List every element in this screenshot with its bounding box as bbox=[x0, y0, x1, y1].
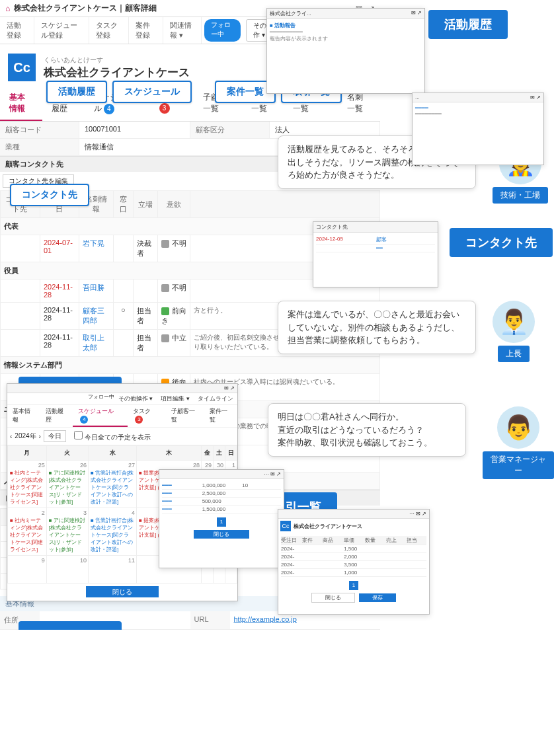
contact-name-link[interactable]: 取引上太郎 bbox=[83, 334, 104, 352]
calendar-cell[interactable]: 10 bbox=[46, 556, 88, 584]
follow-pill[interactable]: フォロー中 bbox=[204, 19, 241, 42]
calendar-cell[interactable]: 27■ 営業計画打合[株式会社クライアントケース]関クライアント改訂への改計・評… bbox=[89, 461, 137, 508]
ind-label: 業種 bbox=[0, 139, 79, 155]
cal-scope-check[interactable] bbox=[74, 431, 83, 439]
customer-kana: くらいあんとけーす bbox=[44, 56, 190, 65]
calendar-cell[interactable]: 4■ 営業計画打合[株式会社クライアントケース]関クライアント改訂への改計・評題… bbox=[89, 508, 137, 556]
contact-date: 2024-11-28 bbox=[40, 330, 79, 357]
calendar-cell[interactable]: 3■ アに関連検討[株式会社クライアントケース]リ・ザンドット|参加] bbox=[46, 508, 88, 556]
mini-activity-1: 株式会社クライ...✉ ↗ ■ 活動報告 ━━━━━━━━━━ 報告内容が表示さ… bbox=[266, 8, 425, 94]
contact-role: 担当者 bbox=[133, 303, 157, 330]
contact-group: 情報システム部門 bbox=[1, 357, 380, 374]
code-value: 100071001 bbox=[79, 122, 190, 138]
customer-logo: Cc bbox=[8, 54, 36, 81]
contact-date: 2024-11-28 bbox=[40, 280, 79, 303]
contact-window: ○ bbox=[113, 303, 133, 330]
contact-window bbox=[113, 330, 133, 357]
torihiki-save[interactable]: 保存 bbox=[359, 593, 396, 602]
reg-anken[interactable]: 案件登録 bbox=[129, 17, 163, 44]
label-claim: クレーム一覧 bbox=[19, 621, 122, 630]
contact-stance: 前向き bbox=[157, 303, 190, 330]
calendar-cell[interactable]: 25■ 社内ミーティング[株式会社クライアントケース]関連ライセンス] bbox=[8, 461, 47, 508]
torihiki-close[interactable]: 閉じる bbox=[311, 593, 355, 603]
contact-col: 窓口 bbox=[113, 191, 133, 218]
calendar-cell[interactable]: 2■ 社内ミーティング[株式会社クライアントケース]関連ライセンス] bbox=[8, 508, 47, 556]
callout-contact: コンタクト先 bbox=[10, 184, 89, 206]
avatar-icon: 👨 bbox=[497, 406, 539, 449]
calendar-cell[interactable]: 11 bbox=[89, 556, 137, 584]
reg-schedule[interactable]: スケジュール登録 bbox=[34, 17, 89, 44]
customer-name: 株式会社クライアントケース bbox=[44, 65, 190, 80]
reg-task[interactable]: タスク登録 bbox=[89, 17, 129, 44]
contact-col bbox=[190, 191, 380, 218]
contact-window bbox=[113, 280, 133, 303]
calendar-cell[interactable]: 9 bbox=[8, 556, 47, 584]
follow-pill[interactable]: フォロー中 bbox=[88, 393, 114, 404]
tab-basic[interactable]: 基本情報 bbox=[0, 87, 42, 121]
contact-role: 決裁者 bbox=[133, 235, 157, 262]
cal-close[interactable]: 閉じる bbox=[86, 586, 159, 597]
contact-name-link[interactable]: 吾田勝 bbox=[83, 284, 104, 291]
contact-role bbox=[133, 280, 157, 303]
mini-title: 株式会社クライ... bbox=[270, 10, 311, 17]
schedule-badge: 4 bbox=[104, 104, 114, 114]
label-contact: コンタクト先 bbox=[450, 228, 553, 257]
label-activity-history: 活動履歴 bbox=[428, 10, 508, 39]
contact-name-link[interactable]: 顧客三四郎 bbox=[83, 307, 104, 324]
speech-boss: 案件は進んでいるが、〇〇さんと最近お会いしていないな。別件の相談もあるようだし、… bbox=[278, 301, 476, 354]
persona-boss: 👨‍💼 上長 bbox=[493, 301, 535, 362]
contact-date: 2024-07-01 bbox=[40, 235, 79, 262]
reg-activity[interactable]: 活動登録 bbox=[0, 17, 34, 44]
contact-col: 立場 bbox=[133, 191, 157, 218]
code-label: 顧客コード bbox=[0, 122, 79, 138]
mini-contact: コンタクト先 2024-12-05顧客 ━━ bbox=[313, 221, 438, 287]
persona-label: 上長 bbox=[498, 346, 530, 362]
contact-name-link[interactable]: 岩下晃 bbox=[83, 239, 104, 247]
url-label: URL bbox=[190, 611, 230, 629]
contact-date: 2024-11-28 bbox=[40, 303, 79, 330]
contact-stance: 不明 bbox=[157, 280, 190, 303]
mini-torihiki: ⋯ ✉ ↗ Cc 株式会社クライアントケース 受注日案件商品単価数量売上担当20… bbox=[278, 509, 430, 615]
contact-stance: 不明 bbox=[157, 235, 190, 262]
contact-col: 意欲 bbox=[157, 191, 190, 218]
contact-window bbox=[113, 235, 133, 262]
callout-schedule: スケジュール bbox=[112, 81, 192, 103]
contact-role: 担当者 bbox=[133, 330, 157, 357]
url-link[interactable]: http://example.co.jp bbox=[234, 615, 297, 623]
persona-label: 営業マネージャー bbox=[483, 451, 554, 479]
anken-close[interactable]: 閉じる bbox=[194, 530, 249, 539]
callout-activity: 活動履歴 bbox=[46, 81, 107, 103]
task-badge: 3 bbox=[159, 103, 170, 114]
persona-mgr: 👨 営業マネージャー bbox=[483, 406, 554, 479]
cal-today[interactable]: 今日 bbox=[44, 430, 66, 442]
speech-mgr: 明日は〇〇君A社さんへ同行か。 直近の取引はどうなっているだろう？ 案件助教、取… bbox=[268, 403, 466, 457]
mini-activity-2: ...✉ ↗ ━━━━━━━━━━━━ bbox=[412, 93, 544, 165]
calendar-cell[interactable]: 26■ アに関連検討[株式会社クライアントケース]リ・ザンドット|参加] bbox=[46, 461, 88, 508]
reg-related[interactable]: 関連情報 ▾ bbox=[163, 17, 202, 44]
app-icon: ⌂ bbox=[5, 4, 10, 13]
persona-label: 技術・工場 bbox=[493, 187, 548, 204]
contact-stance: 中立 bbox=[157, 330, 190, 357]
cat-label: 顧客区分 bbox=[190, 122, 270, 138]
mini-anken: ⋯ ✉ ↗ ━━━1,000,00010━━━2,500,000━━━500,0… bbox=[159, 469, 284, 568]
avatar-icon: 👨‍💼 bbox=[493, 301, 535, 343]
